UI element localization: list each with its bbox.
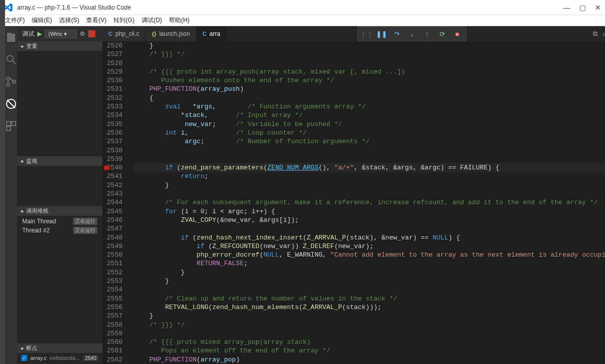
editor-tab[interactable]: {}launch.json	[146, 26, 196, 41]
step-into-icon[interactable]: ↓	[407, 29, 416, 38]
menu-item[interactable]: 编辑(E)	[32, 16, 52, 25]
svg-line-1	[13, 61, 16, 64]
window-title: array.c — php-7.1.6 — Visual Studio Code	[17, 4, 563, 11]
stop-icon[interactable]: ■	[453, 29, 462, 38]
variables-section-header[interactable]: ▸ 变量	[17, 41, 102, 51]
callstack-section-header[interactable]: ▸ 调用堆栈	[17, 206, 102, 216]
file-icon: C	[203, 31, 207, 37]
extensions-icon[interactable]	[5, 120, 17, 132]
watch-body	[17, 166, 102, 206]
debug-header: 调试 ▶ (Winc ▾ ⚙	[17, 26, 102, 41]
thread-row[interactable]: Thread #2正在运行	[17, 226, 102, 235]
file-icon: C	[108, 31, 112, 37]
restart-icon[interactable]: ⟳	[438, 29, 447, 38]
callstack-body: Main Thread正在运行Thread #2正在运行	[17, 216, 102, 240]
menu-item[interactable]: 选择(S)	[59, 16, 79, 25]
file-icon: {}	[152, 31, 156, 37]
breakpoint-row[interactable]: ✓array.cext\standa...2540	[17, 354, 102, 362]
debug-config-dropdown[interactable]: (Winc ▾	[45, 30, 77, 38]
pause-icon[interactable]: ❚❚	[377, 29, 386, 38]
gear-icon[interactable]: ⚙	[80, 30, 85, 37]
step-out-icon[interactable]: ↑	[422, 29, 432, 38]
drag-handle-icon[interactable]: ⋮⋮	[362, 29, 371, 38]
tabs-row: Cphp_cli.c{}launch.jsonCarra ⋮⋮ ❚❚ ↷ ↓ ↑…	[102, 26, 605, 41]
breakpoints-body: ✓array.cext\standa...2540	[17, 353, 102, 364]
close-button[interactable]: ✕	[595, 4, 601, 12]
vscode-icon	[4, 3, 13, 12]
svg-rect-9	[7, 127, 11, 131]
editor-tab[interactable]: Carra	[197, 26, 227, 41]
breakpoints-section-header[interactable]: ▸ 断点	[17, 343, 102, 353]
minimize-button[interactable]: —	[563, 4, 570, 12]
menu-item[interactable]: 帮助(H)	[169, 16, 190, 25]
editor-tab[interactable]: Cphp_cli.c	[102, 26, 146, 41]
split-editor-icon[interactable]: ⧉	[593, 30, 597, 38]
activitybar	[5, 26, 17, 364]
svg-rect-8	[12, 122, 16, 126]
code-content[interactable]: } /* }}} */ /* {{{ proto int array_push(…	[131, 41, 605, 364]
debug-toolbar[interactable]: ⋮⋮ ❚❚ ↷ ↓ ↑ ⟳ ■	[357, 26, 466, 41]
maximize-button[interactable]: ▢	[579, 4, 586, 12]
svg-point-3	[7, 83, 10, 86]
menu-item[interactable]: 查看(V)	[86, 16, 106, 25]
svg-line-6	[7, 100, 15, 108]
step-over-icon[interactable]: ↷	[392, 29, 401, 38]
debug-sidebar: 调试 ▶ (Winc ▾ ⚙ ▸ 变量 ▸ 监视 ▸ 调用堆栈 Main Thr…	[17, 26, 102, 364]
code-area[interactable]: 2526252725282529253025312532253325342535…	[102, 41, 605, 364]
svg-point-2	[7, 77, 10, 80]
scm-icon[interactable]	[5, 76, 17, 88]
thread-row[interactable]: Main Thread正在运行	[17, 217, 102, 226]
variables-body	[17, 51, 102, 156]
menubar: 文件(F)编辑(E)选择(S)查看(V)转到(G)调试(D)帮助(H)	[0, 15, 605, 26]
left-strip	[0, 0, 5, 364]
svg-rect-7	[7, 122, 11, 126]
watch-section-header[interactable]: ▸ 监视	[17, 156, 102, 166]
debug-icon[interactable]	[5, 98, 17, 110]
layout-icon[interactable]: ▭	[602, 30, 605, 38]
debug-label: 调试	[22, 30, 34, 38]
menu-item[interactable]: 调试(D)	[142, 16, 162, 25]
search-icon[interactable]	[5, 53, 17, 66]
explorer-icon[interactable]	[5, 31, 17, 43]
debug-console-icon[interactable]	[88, 30, 95, 37]
editor-area: Cphp_cli.c{}launch.jsonCarra ⋮⋮ ❚❚ ↷ ↓ ↑…	[102, 26, 605, 364]
line-numbers: 2526252725282529253025312532253325342535…	[102, 41, 131, 364]
start-debug-icon[interactable]: ▶	[37, 30, 42, 37]
titlebar: array.c — php-7.1.6 — Visual Studio Code…	[0, 0, 605, 15]
menu-item[interactable]: 文件(F)	[5, 16, 25, 25]
svg-point-0	[7, 55, 13, 62]
menu-item[interactable]: 转到(G)	[113, 16, 134, 25]
